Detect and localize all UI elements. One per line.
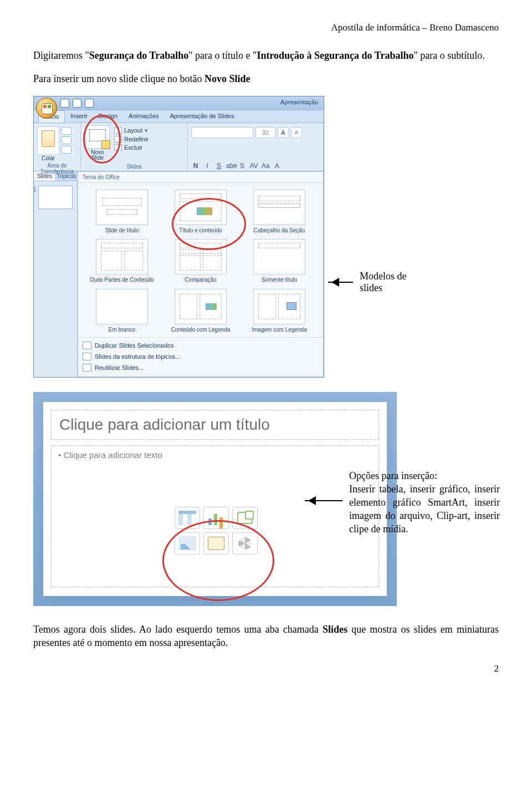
office-button-icon[interactable] — [36, 98, 57, 119]
copy-icon[interactable] — [62, 136, 71, 144]
layout-imagem-legenda[interactable]: Imagem com Legenda — [242, 289, 316, 333]
p3-bold: Slides — [323, 624, 347, 635]
powerpoint-window: Apresentação Início Inserir Design Anima… — [33, 96, 324, 378]
new-slide-label: Novo Slide — [84, 150, 111, 161]
p2-prefix: Para inserir um novo slide clique no bot… — [33, 73, 204, 84]
insert-chart-icon[interactable] — [203, 507, 229, 529]
layout-comparacao[interactable]: Comparação — [163, 239, 238, 283]
insert-smartart-icon[interactable] — [232, 507, 258, 529]
slides-sidebar: Slides Tópicos — [34, 171, 78, 378]
underline-button[interactable]: S — [214, 162, 223, 170]
new-slide-button[interactable]: Novo Slide — [84, 125, 111, 161]
content-placeholder[interactable]: Clique para adicionar texto — [51, 445, 379, 587]
title-placeholder[interactable]: Clique para adicionar um título — [51, 410, 379, 440]
font-style-row: N I S abe S AV Aa A — [191, 162, 320, 170]
font-color-button[interactable]: A — [273, 162, 282, 170]
layout-em-branco[interactable]: Em branco — [85, 289, 159, 333]
reset-label: Redefinir — [124, 136, 149, 143]
layout-option[interactable]: Layout ▾ — [114, 127, 149, 134]
save-icon[interactable] — [60, 99, 69, 108]
arrow-label-1: Modelos de slides — [328, 271, 407, 294]
group-slides: Novo Slide Layout ▾ Redefinir Excluir Sl… — [81, 123, 188, 171]
p1-mid: " para o título e " — [188, 50, 257, 61]
undo-icon[interactable] — [73, 99, 81, 108]
group-font: 32 A A N I S abe S AV Aa A — [188, 123, 324, 171]
opt-estrutura[interactable]: Slides da estrutura de tópicos... — [83, 351, 319, 362]
font-family-dropdown[interactable] — [191, 127, 253, 138]
paste-label: Colar — [37, 155, 59, 161]
layout-label: Layout — [124, 127, 142, 134]
page-number: 2 — [33, 663, 499, 674]
caption-body: Inserir tabela, inserir gráfico, inserir… — [349, 484, 500, 535]
arrow-label-2 — [305, 500, 349, 501]
clipboard-small-buttons — [62, 127, 71, 161]
gallery-label: Cabeçalho da Seção — [242, 227, 316, 234]
group-slides-label: Slides — [84, 162, 184, 170]
bold-button[interactable]: N — [191, 162, 200, 170]
caption-insertion-options: Opções para inserção: Inserir tabela, in… — [349, 470, 500, 536]
tab-apresentacao[interactable]: Apresentação de Slides — [165, 110, 240, 123]
p1-suffix: " para o subtítulo. — [413, 50, 484, 61]
p3-prefix: Temos agora dois slides. Ao lado esquerd… — [33, 624, 323, 635]
group-clipboard: Colar Área de Transferência — [34, 123, 81, 171]
gallery-label: Conteúdo com Legenda — [163, 327, 238, 333]
duplicate-icon — [83, 342, 91, 349]
tab-inserir[interactable]: Inserir — [65, 110, 93, 123]
screenshot-2-container: Clique para adicionar um título Clique p… — [33, 392, 502, 606]
insert-table-icon[interactable] — [175, 507, 200, 529]
opt-duplicar[interactable]: Duplicar Slides Selecionados — [83, 340, 319, 351]
new-slide-icon — [85, 125, 110, 149]
paragraph-1: Digitaremos "Segurança do Trabalho" para… — [33, 49, 499, 62]
document-header: Apostila de informática – Breno Damascen… — [33, 22, 499, 33]
tab-animacoes[interactable]: Animações — [123, 110, 164, 123]
screenshot-1-container: Apresentação Início Inserir Design Anima… — [33, 96, 324, 378]
titlebar: Apresentação — [34, 96, 324, 110]
insert-picture-icon[interactable] — [175, 532, 200, 554]
layout-cabecalho-secao[interactable]: Cabeçalho da Seção — [242, 190, 316, 234]
slide-canvas-bg: Clique para adicionar um título Clique p… — [33, 392, 397, 606]
insert-clipart-icon[interactable] — [203, 532, 229, 554]
opt-reutilizar[interactable]: Reutilizar Slides... — [83, 362, 319, 373]
caption-title: Opções para inserção: — [349, 470, 437, 481]
format-painter-icon[interactable] — [62, 146, 71, 154]
layout-duas-partes[interactable]: Duas Partes de Conteúdo — [85, 239, 159, 283]
spacing-button[interactable]: AV — [249, 162, 258, 170]
cut-icon[interactable] — [62, 127, 71, 135]
insert-media-icon[interactable] — [232, 532, 258, 554]
reset-option[interactable]: Redefinir — [114, 136, 149, 143]
group-clipboard-label: Área de Transferência — [37, 161, 77, 175]
shadow-button[interactable]: S — [238, 162, 247, 170]
strike-button[interactable]: abe — [226, 162, 235, 170]
window-title: Apresentação — [280, 99, 318, 105]
italic-button[interactable]: I — [203, 162, 212, 170]
layout-slide-de-titulo[interactable]: Slide de título — [85, 190, 159, 234]
layout-conteudo-legenda[interactable]: Conteúdo com Legenda — [163, 289, 238, 333]
p2-bold: Novo Slide — [204, 73, 250, 84]
case-button[interactable]: Aa — [261, 162, 270, 170]
layout-titulo-conteudo[interactable]: Título e conteúdo — [163, 190, 238, 234]
tab-design[interactable]: Design — [93, 110, 123, 123]
paragraph-3: Temos agora dois slides. Ao lado esquerd… — [33, 623, 499, 650]
layout-icon — [114, 127, 122, 134]
quick-access-toolbar — [60, 99, 94, 108]
arrow-text-1: Modelos de slides — [360, 271, 407, 294]
delete-label: Excluir — [124, 144, 142, 151]
redo-icon[interactable] — [85, 99, 94, 108]
font-size-dropdown[interactable]: 32 — [255, 127, 275, 138]
arrow-icon — [328, 282, 353, 283]
slide-layout-options: Layout ▾ Redefinir Excluir — [114, 127, 149, 151]
opt-label: Duplicar Slides Selecionados — [95, 342, 173, 349]
grow-font-icon[interactable]: A — [278, 127, 289, 138]
layout-gallery: Tema do Office Slide de título Título e … — [78, 171, 324, 378]
slide-thumbnail-1[interactable] — [38, 186, 73, 209]
layout-somente-titulo[interactable]: Somente título — [242, 239, 316, 283]
delete-icon — [114, 144, 122, 151]
paste-icon[interactable] — [37, 126, 59, 155]
reset-icon — [114, 136, 122, 143]
delete-option[interactable]: Excluir — [114, 144, 149, 151]
gallery-label: Comparação — [163, 277, 238, 283]
gallery-label: Somente título — [242, 277, 316, 283]
gallery-label: Slide de título — [85, 227, 159, 234]
gallery-header: Tema do Office — [78, 172, 323, 183]
shrink-font-icon[interactable]: A — [291, 127, 302, 138]
